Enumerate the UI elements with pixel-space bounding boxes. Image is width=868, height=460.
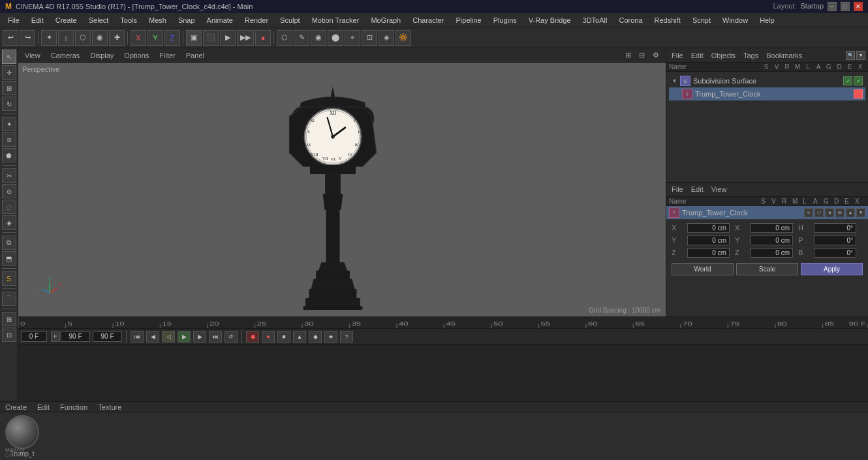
play-button[interactable]: ▶: [178, 331, 191, 343]
play-back-button[interactable]: ◁: [162, 331, 175, 343]
render-preview-button[interactable]: ▶: [220, 30, 236, 46]
plane-button[interactable]: ⊡: [362, 30, 377, 46]
x-axis-button[interactable]: X: [131, 30, 146, 46]
layer2-button[interactable]: ⬒: [2, 251, 16, 266]
menu-snap[interactable]: Snap: [173, 15, 200, 25]
rp-file-button[interactable]: File: [669, 52, 686, 59]
menu-corona[interactable]: Corona: [613, 15, 647, 25]
knife-tool-button[interactable]: ✂: [2, 168, 16, 183]
skybox-button[interactable]: ◈: [379, 30, 394, 46]
maximize-button[interactable]: □: [841, 2, 850, 11]
menu-script[interactable]: Script: [687, 15, 716, 25]
vp-icon1[interactable]: ⊞: [623, 51, 634, 59]
render-button[interactable]: ▣: [186, 30, 202, 46]
attr-z-pos-input[interactable]: [687, 248, 730, 258]
magnet-tool-button[interactable]: ⊙: [2, 184, 16, 198]
environment-button[interactable]: 🔆: [395, 30, 411, 46]
vp-icon2[interactable]: ⊟: [636, 51, 647, 59]
menu-character[interactable]: Character: [407, 15, 449, 25]
motion-path-button[interactable]: ■: [277, 331, 290, 343]
attr-icon-1[interactable]: ⊙: [804, 208, 813, 217]
menu-select[interactable]: Select: [84, 15, 114, 25]
attr-icon-4[interactable]: ⊞: [835, 208, 845, 217]
viewport-canvas[interactable]: Perspective: [18, 63, 666, 316]
mat-texture-button[interactable]: Texture: [95, 403, 124, 411]
rotate-tool-button[interactable]: ↻: [2, 97, 16, 111]
next-frame-button[interactable]: ▶: [193, 331, 206, 343]
attr-z-rot-input[interactable]: [751, 248, 793, 258]
vp-filter-button[interactable]: Filter: [157, 52, 178, 59]
fps-btn[interactable]: F: [51, 331, 60, 342]
markers-button[interactable]: ★: [324, 331, 337, 343]
z-axis-button[interactable]: Z: [164, 30, 180, 46]
texture-mode-button[interactable]: ↕: [58, 30, 74, 46]
menu-pipeline[interactable]: Pipeline: [451, 15, 487, 25]
object-button[interactable]: ⬡: [277, 30, 292, 46]
dollar-button[interactable]: S: [2, 271, 16, 286]
draw-button[interactable]: ✎: [294, 30, 309, 46]
menu-motion-tracker[interactable]: Motion Tracker: [307, 15, 365, 25]
prev-frame-button[interactable]: ◀: [146, 331, 159, 343]
attr-x-pos-input[interactable]: [687, 223, 730, 233]
panel-search-icon[interactable]: 🔍: [846, 51, 855, 60]
poly-pen-button[interactable]: ✦: [2, 117, 16, 131]
mat-edit-button[interactable]: Edit: [35, 403, 52, 411]
panel-filter-icon[interactable]: ▼: [856, 51, 865, 60]
vp-options-button[interactable]: Options: [121, 52, 151, 59]
scale-button[interactable]: Scale: [736, 263, 798, 275]
attr-z-scale-input[interactable]: [814, 248, 856, 258]
layer1-button[interactable]: ⧉: [2, 236, 16, 250]
menu-window[interactable]: Window: [717, 15, 753, 25]
attr-icon-2[interactable]: ⬡: [814, 208, 824, 217]
paint2-tool-button[interactable]: ◈: [2, 215, 16, 230]
mat-create-button[interactable]: Create: [3, 403, 29, 411]
attr-y-pos-input[interactable]: [687, 236, 730, 245]
edge-mode-button[interactable]: ⬡: [75, 30, 91, 46]
menu-plugins[interactable]: Plugins: [488, 15, 522, 25]
rp-tags-button[interactable]: Tags: [741, 52, 761, 59]
attr-x-scale-input[interactable]: [814, 223, 856, 233]
lock-check-green[interactable]: ✓: [854, 76, 863, 85]
current-frame-input[interactable]: [21, 331, 47, 342]
record-button[interactable]: ●: [255, 30, 271, 46]
menu-sculpt[interactable]: Sculpt: [275, 15, 305, 25]
vp-view-button[interactable]: View: [22, 52, 43, 59]
trail-button[interactable]: ◆: [309, 331, 322, 343]
undo-button[interactable]: ↩: [3, 30, 18, 46]
y-axis-button[interactable]: Y: [147, 30, 163, 46]
select-tool-button[interactable]: ↖: [2, 50, 16, 64]
help-button[interactable]: ?: [340, 331, 353, 343]
attr-y-scale-input[interactable]: [814, 236, 856, 245]
vp-display-button[interactable]: Display: [87, 52, 116, 59]
loop-button[interactable]: ↺: [225, 331, 238, 343]
menu-vray[interactable]: V-Ray Bridge: [523, 15, 576, 25]
tree-item-subdivision[interactable]: ▼ S Subdivision Surface ✓ ✓: [669, 74, 865, 87]
viewport[interactable]: View Cameras Display Options Filter Pane…: [18, 48, 666, 316]
tree-item-trump-clock[interactable]: T Trump_Tower_Clock: [669, 87, 865, 100]
point-mode-button[interactable]: ✚: [109, 30, 125, 46]
menu-redshift[interactable]: Redshift: [649, 15, 686, 25]
null-button[interactable]: ⌖: [345, 30, 360, 46]
close-button[interactable]: ✕: [854, 2, 863, 11]
redo-button[interactable]: ↪: [20, 30, 35, 46]
menu-edit[interactable]: Edit: [26, 15, 49, 25]
polygon-mode-button[interactable]: ◉: [92, 30, 108, 46]
fps-input[interactable]: [61, 331, 90, 342]
menu-file[interactable]: File: [3, 15, 25, 25]
attr-object-row[interactable]: T Trump_Tower_Clock ⊙ ⬡ ◈ ⊞ ▲ ▼: [666, 206, 868, 219]
vp-panel-button[interactable]: Panel: [183, 52, 207, 59]
attr-y-rot-input[interactable]: [751, 236, 793, 245]
model-mode-button[interactable]: ✦: [41, 30, 57, 46]
menu-mograph[interactable]: MoGraph: [365, 15, 406, 25]
minimize-button[interactable]: ─: [828, 2, 837, 11]
menu-create[interactable]: Create: [50, 15, 82, 25]
menu-3dtoall[interactable]: 3DToAll: [578, 15, 613, 25]
attr-icon-5[interactable]: ▲: [846, 208, 855, 217]
auto-key-button[interactable]: ●: [262, 331, 275, 343]
apply-button[interactable]: Apply: [801, 263, 863, 275]
paint-button[interactable]: ⬟: [2, 148, 16, 162]
attr-x-rot-input[interactable]: [751, 223, 793, 233]
menu-render[interactable]: Render: [240, 15, 273, 25]
attr-icon-6[interactable]: ▼: [856, 208, 865, 217]
menu-tools[interactable]: Tools: [115, 15, 142, 25]
